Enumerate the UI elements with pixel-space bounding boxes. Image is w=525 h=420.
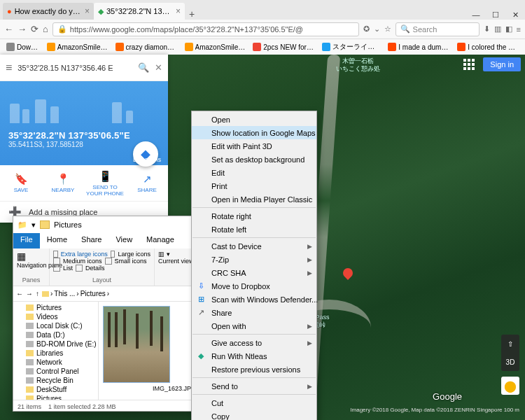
search-icon[interactable]: 🔍: [138, 62, 149, 73]
ribbon-tab-manage[interactable]: Manage: [139, 233, 181, 248]
menu-item[interactable]: Copy: [192, 410, 316, 420]
bookmark-item[interactable]: スターライトステー...: [320, 42, 383, 52]
downloads-icon[interactable]: ⬇: [484, 24, 490, 34]
menu-item[interactable]: Rotate right: [192, 209, 316, 223]
menu-item[interactable]: Edit with Paint 3D: [192, 139, 316, 153]
tree-item[interactable]: BD-ROM Drive (E:): [13, 340, 98, 349]
menu-item[interactable]: Open: [192, 113, 316, 126]
tree-item[interactable]: Local Disk (C:): [13, 321, 98, 330]
breadcrumb[interactable]: › This ... › Pictures ›: [42, 290, 109, 298]
up-button[interactable]: ↑: [36, 290, 39, 298]
bookmark-item[interactable]: I colored the sketch I ...: [455, 43, 521, 51]
view-list-icon[interactable]: [53, 265, 60, 272]
menu-item[interactable]: ↗Share: [192, 306, 316, 319]
search-input[interactable]: 🔍 Search: [396, 22, 479, 36]
forward-button[interactable]: →: [18, 24, 27, 34]
tree-item[interactable]: Recycle Bin: [13, 376, 98, 385]
bookmark-item[interactable]: Downloads: [4, 43, 42, 51]
pegman-icon[interactable]: ⬤: [501, 377, 519, 395]
tree-item[interactable]: Videos: [13, 312, 98, 321]
maps-search-input[interactable]: 35°32'28.15 N137°356.46 E: [18, 64, 132, 72]
close-icon[interactable]: ×: [85, 6, 90, 16]
home-button[interactable]: ⌂: [43, 24, 48, 34]
bookmark-icon: 🔖: [15, 173, 28, 186]
reader-icon[interactable]: ✪: [363, 24, 370, 34]
reload-button[interactable]: ⟳: [31, 24, 38, 34]
menu-item[interactable]: CRC SHA▶: [192, 266, 316, 279]
menu-item[interactable]: Open with▶: [192, 319, 316, 332]
ribbon-tab-file[interactable]: File: [13, 233, 40, 248]
tree-item[interactable]: Network: [13, 358, 98, 367]
save-button[interactable]: 🔖SAVE: [0, 165, 42, 201]
new-tab-button[interactable]: +: [185, 8, 199, 20]
menu-item[interactable]: Rotate left: [192, 223, 316, 236]
tree-item[interactable]: Pictures: [13, 394, 98, 400]
url-input[interactable]: 🔒 https://www.google.com/maps/place/35°3…: [52, 22, 359, 36]
menu-item[interactable]: Edit: [192, 166, 316, 179]
close-icon[interactable]: ×: [176, 6, 181, 16]
menu-item[interactable]: Show location in Google Maps: [192, 126, 316, 139]
view-md-icon[interactable]: [53, 258, 60, 265]
menu-icon[interactable]: ≡: [517, 25, 521, 34]
menu-item[interactable]: Print: [192, 179, 316, 192]
send-to-phone-button[interactable]: 📱SEND TO YOUR PHONE: [84, 165, 126, 201]
bookmark-item[interactable]: AmazonSmile: Steins...: [183, 43, 248, 51]
3d-toggle[interactable]: 3D: [506, 358, 515, 366]
file-thumbnail[interactable]: [103, 306, 170, 383]
menu-item[interactable]: Cut: [192, 396, 316, 410]
view-xl-icon[interactable]: [53, 251, 58, 258]
tree-item[interactable]: Libraries: [13, 349, 98, 358]
view-sm-icon[interactable]: [105, 258, 112, 265]
menu-item[interactable]: Cast to Device▶: [192, 239, 316, 253]
apps-icon[interactable]: [463, 59, 476, 71]
clear-icon[interactable]: ✕: [155, 62, 162, 73]
map-3d-control[interactable]: ⇧ 3D: [501, 335, 519, 371]
tree-item[interactable]: DeskStuff: [13, 385, 98, 394]
nav-pane-button[interactable]: ▦: [17, 251, 46, 262]
ribbon-tab-view[interactable]: View: [108, 233, 139, 248]
sidebar-icon[interactable]: ◧: [505, 24, 512, 34]
ribbon-tab-home[interactable]: Home: [40, 233, 74, 248]
menu-item[interactable]: Send to▶: [192, 379, 316, 393]
library-icon[interactable]: ▥: [494, 24, 501, 34]
signin-button[interactable]: Sign in: [483, 57, 521, 71]
back-button[interactable]: ←: [4, 24, 13, 34]
sort-button[interactable]: ▥ ▾: [158, 251, 192, 258]
map-marker-icon[interactable]: [341, 266, 355, 280]
maximize-button[interactable]: ☐: [486, 10, 505, 20]
bookmark-icon[interactable]: ☆: [384, 24, 391, 34]
tree-item[interactable]: Control Panel: [13, 367, 98, 376]
view-details-icon[interactable]: [76, 265, 83, 272]
menu-item[interactable]: Restore previous versions: [192, 363, 316, 376]
nearby-button[interactable]: 📍NEARBY: [42, 165, 84, 201]
back-button[interactable]: ←: [16, 290, 23, 298]
bookmark-item[interactable]: 2pcs NEW for XBOX 36...: [251, 43, 317, 51]
favicon: [185, 43, 193, 51]
menu-item[interactable]: Set as desktop background: [192, 153, 316, 166]
minimize-button[interactable]: —: [466, 10, 486, 20]
bookmark-item[interactable]: I made a dumb little di...: [386, 43, 452, 51]
menu-item[interactable]: Open in Media Player Classic: [192, 192, 316, 206]
pocket-icon[interactable]: ⌄: [374, 24, 380, 34]
menu-item[interactable]: 7-Zip▶: [192, 253, 316, 266]
share-button[interactable]: ↗SHARE: [126, 165, 168, 201]
tree-item[interactable]: Data (D:): [13, 330, 98, 340]
explorer-tree[interactable]: PicturesVideosLocal Disk (C:)Data (D:)BD…: [13, 302, 99, 400]
close-button[interactable]: ✕: [505, 10, 525, 20]
bookmark-item[interactable]: crazy diamond, higash...: [113, 43, 180, 51]
compass-icon[interactable]: ⇧: [507, 340, 513, 348]
menu-item[interactable]: Give access to▶: [192, 336, 316, 349]
window-controls: — ☐ ✕: [466, 10, 525, 20]
browser-tab[interactable]: ● How exactly do you unlock t... ×: [3, 3, 94, 20]
browser-tab[interactable]: ◆ 35°32'28.2"N 137°35'06.5"E - G... ×: [94, 3, 185, 20]
phone-icon: 📱: [99, 170, 112, 183]
view-lg-icon[interactable]: [111, 251, 115, 258]
tree-item[interactable]: Pictures: [13, 303, 98, 312]
menu-item[interactable]: ⊞Scan with Windows Defender...: [192, 293, 316, 306]
menu-item[interactable]: ⇩Move to Dropbox: [192, 279, 316, 293]
menu-icon[interactable]: ≡: [6, 62, 12, 74]
bookmark-item[interactable]: AmazonSmile: Steins...: [45, 43, 111, 51]
ribbon-tab-share[interactable]: Share: [74, 233, 108, 248]
forward-button[interactable]: →: [26, 290, 33, 298]
menu-item[interactable]: ◆Run With Ntleas: [192, 349, 316, 363]
